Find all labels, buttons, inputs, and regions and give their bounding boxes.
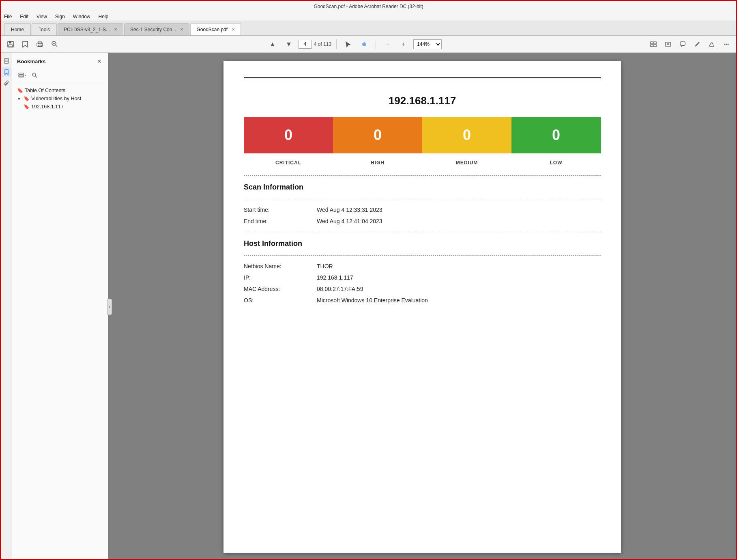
- bookmarks-header: Bookmarks ✕: [14, 56, 106, 67]
- host-ip-row: IP: 192.168.1.117: [244, 274, 601, 281]
- tab-goodscan-label: GoodScan.pdf: [196, 27, 228, 32]
- sign-button[interactable]: [705, 38, 718, 50]
- severity-high-cell: 0: [333, 117, 422, 153]
- tab-sec1[interactable]: Sec-1 Security Con... ✕: [124, 23, 189, 35]
- host-netbios-label: Netbios Name:: [244, 263, 317, 269]
- scan-info-title: Scan Information: [244, 183, 601, 192]
- menu-sign[interactable]: Sign: [54, 13, 67, 20]
- bookmark-ip1[interactable]: 🔖 192.168.1.117: [14, 103, 106, 111]
- host-os-label: OS:: [244, 297, 317, 304]
- svg-line-7: [56, 45, 57, 47]
- sidebar-content: Bookmarks ✕: [12, 53, 108, 560]
- divider-2: [244, 199, 601, 199]
- pdf-page: 192.168.1.117 0 0 0 0 CRITICAL HIGH: [223, 61, 621, 553]
- bookmarks-toolbar: [14, 70, 106, 83]
- zoom-in-button[interactable]: +: [397, 38, 410, 50]
- tab-goodscan-close[interactable]: ✕: [232, 27, 235, 32]
- severity-high-value: 0: [374, 127, 382, 144]
- bookmarks-icon[interactable]: [2, 67, 11, 77]
- sidebar-collapse-handle[interactable]: ‹: [107, 299, 112, 315]
- menu-view[interactable]: View: [35, 13, 49, 20]
- bookmark-ip1-label: 192.168.1.117: [31, 104, 64, 110]
- host-os-value: Microsoft Windows 10 Enterprise Evaluati…: [317, 297, 428, 304]
- attachments-icon[interactable]: [2, 79, 11, 88]
- svg-rect-25: [19, 75, 24, 76]
- bookmark-icon-vuln: 🔖: [24, 96, 30, 101]
- zoom-button[interactable]: [48, 38, 61, 50]
- tab-pci[interactable]: PCI-DSS-v3_2_1-S... ✕: [58, 23, 123, 35]
- edit-button[interactable]: [691, 38, 704, 50]
- scroll-down-button[interactable]: ▼: [282, 38, 295, 50]
- toolbar-separator-2: [376, 39, 376, 49]
- svg-line-28: [35, 76, 37, 78]
- scan-end-label: End time:: [244, 218, 317, 224]
- bookmarks-title: Bookmarks: [17, 58, 46, 65]
- tab-sec1-close[interactable]: ✕: [180, 27, 183, 32]
- scan-start-value: Wed Aug 4 12:33:31 2023: [317, 207, 382, 213]
- sidebar: Bookmarks ✕: [1, 53, 108, 560]
- scan-end-value: Wed Aug 4 12:41:04 2023: [317, 218, 382, 224]
- svg-rect-26: [19, 76, 24, 77]
- svg-rect-1: [9, 41, 11, 43]
- host-ip-value: 192.168.1.117: [317, 274, 353, 281]
- tab-pci-close[interactable]: ✕: [114, 27, 117, 32]
- tab-goodscan[interactable]: GoodScan.pdf ✕: [190, 23, 241, 35]
- host-netbios-value: THOR: [317, 263, 333, 269]
- menu-help[interactable]: Help: [97, 13, 110, 20]
- menu-window[interactable]: Window: [71, 13, 92, 20]
- divider-3: [244, 232, 601, 232]
- menu-file[interactable]: File: [2, 13, 13, 20]
- tab-tools-label: Tools: [39, 27, 50, 32]
- zoom-out-button[interactable]: −: [381, 38, 394, 50]
- host-mac-row: MAC Address: 08:00:27:17:FA:59: [244, 286, 601, 292]
- bookmark-vuln-host[interactable]: ▼ 🔖 Vulnerabilities by Host: [14, 95, 106, 103]
- scroll-up-button[interactable]: ▲: [266, 38, 279, 50]
- svg-rect-11: [651, 45, 653, 47]
- tab-bar: Home Tools PCI-DSS-v3_2_1-S... ✕ Sec-1 S…: [1, 21, 736, 36]
- host-mac-value: 08:00:27:17:FA:59: [317, 286, 363, 292]
- main-layout: Bookmarks ✕: [1, 53, 736, 560]
- bookmark-icon-toc: 🔖: [17, 88, 23, 93]
- label-low: LOW: [511, 158, 601, 166]
- save-button[interactable]: [4, 38, 17, 50]
- svg-point-20: [728, 43, 729, 45]
- svg-point-19: [726, 43, 727, 45]
- more-tools-button[interactable]: [720, 38, 733, 50]
- severity-labels: CRITICAL HIGH MEDIUM LOW: [244, 158, 601, 166]
- svg-rect-5: [38, 45, 41, 47]
- select-tool-button[interactable]: [342, 38, 355, 50]
- severity-medium-cell: 0: [422, 117, 511, 153]
- tab-tools[interactable]: Tools: [32, 23, 57, 35]
- pdf-area[interactable]: 192.168.1.117 0 0 0 0 CRITICAL HIGH: [108, 53, 736, 560]
- sidebar-left-icons: [1, 53, 12, 560]
- bookmark-search-button[interactable]: [29, 71, 40, 80]
- print-button[interactable]: [33, 38, 46, 50]
- menu-edit[interactable]: Edit: [18, 13, 30, 20]
- zoom-select[interactable]: 144% 100% 75% 50%: [413, 39, 442, 49]
- hand-tool-button[interactable]: [358, 38, 371, 50]
- label-critical: CRITICAL: [244, 158, 333, 166]
- comment-button[interactable]: [676, 38, 689, 50]
- read-mode-button[interactable]: [662, 38, 675, 50]
- scan-start-row: Start time: Wed Aug 4 12:33:31 2023: [244, 207, 601, 213]
- bookmark-expand-button[interactable]: [17, 71, 28, 80]
- svg-rect-12: [654, 45, 656, 47]
- bookmark-toc[interactable]: 🔖 Table Of Contents: [14, 86, 106, 95]
- page-number-input[interactable]: [299, 40, 312, 49]
- toolbar-center: ▲ ▼ 4 of 113 − + 144% 100% 75% 50%: [62, 38, 645, 50]
- svg-rect-13: [666, 42, 670, 46]
- bookmark-button[interactable]: [19, 38, 32, 50]
- bookmarks-close-button[interactable]: ✕: [96, 58, 103, 65]
- pages-icon[interactable]: [2, 56, 11, 66]
- tab-home[interactable]: Home: [4, 23, 31, 35]
- page-top-border: [244, 77, 601, 78]
- bookmark-icon-ip1: 🔖: [24, 104, 30, 110]
- window-title: GoodScan.pdf - Adobe Acrobat Reader DC (…: [4, 4, 733, 9]
- bookmark-vuln-label: Vulnerabilities by Host: [31, 96, 81, 101]
- bookmark-tree: 🔖 Table Of Contents ▼ 🔖 Vulnerabilities …: [14, 86, 106, 112]
- host-title: 192.168.1.117: [244, 95, 601, 107]
- fit-page-button[interactable]: [647, 38, 660, 50]
- title-bar: GoodScan.pdf - Adobe Acrobat Reader DC (…: [1, 1, 736, 12]
- svg-point-27: [32, 73, 36, 76]
- severity-low-value: 0: [552, 127, 560, 144]
